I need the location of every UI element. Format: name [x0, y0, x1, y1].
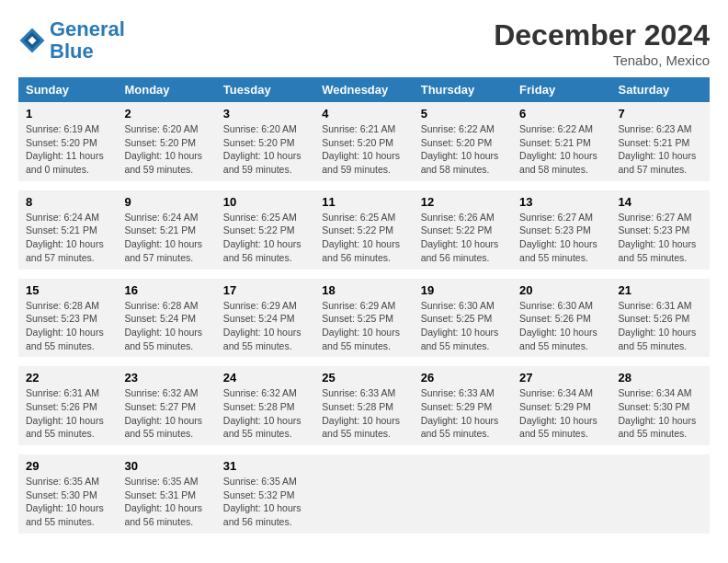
calendar-cell: 25Sunrise: 6:33 AM Sunset: 5:28 PM Dayli… — [314, 366, 413, 445]
day-info: Sunrise: 6:27 AM Sunset: 5:23 PM Dayligh… — [619, 211, 702, 265]
location-subtitle: Tenabo, Mexico — [494, 52, 710, 68]
weekday-header-wednesday: Wednesday — [314, 77, 413, 102]
calendar-cell: 24Sunrise: 6:32 AM Sunset: 5:28 PM Dayli… — [216, 366, 314, 445]
day-info: Sunrise: 6:26 AM Sunset: 5:22 PM Dayligh… — [421, 211, 505, 265]
day-number: 4 — [322, 107, 405, 121]
calendar-cell: 21Sunrise: 6:31 AM Sunset: 5:26 PM Dayli… — [611, 279, 710, 358]
calendar-cell: 8Sunrise: 6:24 AM Sunset: 5:21 PM Daylig… — [18, 190, 117, 270]
day-info: Sunrise: 6:35 AM Sunset: 5:32 PM Dayligh… — [223, 475, 307, 529]
logo-icon — [18, 27, 46, 54]
day-number: 22 — [26, 371, 109, 385]
calendar-cell — [314, 454, 413, 534]
day-number: 14 — [619, 195, 702, 209]
day-number: 30 — [124, 459, 208, 473]
calendar-cell: 13Sunrise: 6:27 AM Sunset: 5:23 PM Dayli… — [512, 190, 610, 270]
day-info: Sunrise: 6:19 AM Sunset: 5:20 PM Dayligh… — [26, 122, 109, 177]
week-divider — [18, 181, 710, 190]
day-info: Sunrise: 6:27 AM Sunset: 5:23 PM Dayligh… — [519, 211, 603, 265]
day-info: Sunrise: 6:32 AM Sunset: 5:28 PM Dayligh… — [223, 386, 307, 441]
logo-blue: Blue — [50, 40, 94, 63]
calendar-cell: 12Sunrise: 6:26 AM Sunset: 5:22 PM Dayli… — [414, 190, 512, 270]
day-number: 29 — [26, 459, 109, 473]
day-number: 19 — [421, 283, 505, 297]
day-number: 23 — [124, 371, 208, 385]
day-number: 5 — [421, 107, 505, 121]
calendar-cell: 28Sunrise: 6:34 AM Sunset: 5:30 PM Dayli… — [611, 366, 710, 445]
calendar-cell: 22Sunrise: 6:31 AM Sunset: 5:26 PM Dayli… — [18, 366, 117, 445]
day-number: 11 — [322, 195, 405, 209]
calendar-cell: 18Sunrise: 6:29 AM Sunset: 5:25 PM Dayli… — [314, 279, 413, 358]
day-number: 6 — [519, 107, 603, 121]
day-number: 18 — [322, 283, 405, 297]
calendar-header-row: SundayMondayTuesdayWednesdayThursdayFrid… — [18, 77, 710, 102]
day-number: 3 — [223, 107, 307, 121]
week-divider — [18, 357, 710, 366]
logo-general: General — [50, 17, 125, 40]
calendar-cell: 29Sunrise: 6:35 AM Sunset: 5:30 PM Dayli… — [18, 454, 117, 534]
day-info: Sunrise: 6:22 AM Sunset: 5:20 PM Dayligh… — [421, 122, 505, 177]
weekday-header-friday: Friday — [512, 77, 610, 102]
calendar-cell: 27Sunrise: 6:34 AM Sunset: 5:29 PM Dayli… — [512, 366, 610, 445]
calendar-cell: 7Sunrise: 6:23 AM Sunset: 5:21 PM Daylig… — [611, 102, 710, 181]
day-number: 16 — [124, 283, 208, 297]
calendar-week-row: 1Sunrise: 6:19 AM Sunset: 5:20 PM Daylig… — [18, 102, 710, 181]
day-info: Sunrise: 6:31 AM Sunset: 5:26 PM Dayligh… — [26, 386, 109, 441]
weekday-header-sunday: Sunday — [18, 77, 117, 102]
calendar-cell — [611, 454, 710, 534]
day-info: Sunrise: 6:29 AM Sunset: 5:24 PM Dayligh… — [223, 299, 307, 353]
weekday-header-thursday: Thursday — [414, 77, 512, 102]
calendar-cell: 1Sunrise: 6:19 AM Sunset: 5:20 PM Daylig… — [18, 102, 117, 181]
calendar-cell: 9Sunrise: 6:24 AM Sunset: 5:21 PM Daylig… — [117, 190, 215, 270]
day-number: 13 — [519, 195, 603, 209]
day-info: Sunrise: 6:21 AM Sunset: 5:20 PM Dayligh… — [322, 122, 405, 177]
day-info: Sunrise: 6:33 AM Sunset: 5:29 PM Dayligh… — [421, 386, 505, 441]
calendar-cell: 16Sunrise: 6:28 AM Sunset: 5:24 PM Dayli… — [117, 279, 215, 358]
day-number: 2 — [124, 107, 208, 121]
day-info: Sunrise: 6:35 AM Sunset: 5:30 PM Dayligh… — [26, 475, 109, 529]
day-info: Sunrise: 6:22 AM Sunset: 5:21 PM Dayligh… — [519, 122, 603, 177]
calendar-cell: 23Sunrise: 6:32 AM Sunset: 5:27 PM Dayli… — [117, 366, 215, 445]
calendar-cell — [512, 454, 610, 534]
day-number: 10 — [223, 195, 307, 209]
day-info: Sunrise: 6:24 AM Sunset: 5:21 PM Dayligh… — [124, 211, 208, 265]
week-divider — [18, 270, 710, 279]
day-info: Sunrise: 6:34 AM Sunset: 5:29 PM Dayligh… — [519, 386, 603, 441]
calendar-cell: 14Sunrise: 6:27 AM Sunset: 5:23 PM Dayli… — [611, 190, 710, 270]
day-number: 31 — [223, 459, 307, 473]
day-info: Sunrise: 6:28 AM Sunset: 5:24 PM Dayligh… — [124, 299, 208, 353]
day-info: Sunrise: 6:25 AM Sunset: 5:22 PM Dayligh… — [223, 211, 307, 265]
calendar-cell: 17Sunrise: 6:29 AM Sunset: 5:24 PM Dayli… — [216, 279, 314, 358]
day-number: 9 — [124, 195, 208, 209]
calendar-cell: 6Sunrise: 6:22 AM Sunset: 5:21 PM Daylig… — [512, 102, 610, 181]
day-info: Sunrise: 6:20 AM Sunset: 5:20 PM Dayligh… — [223, 122, 307, 177]
calendar-week-row: 22Sunrise: 6:31 AM Sunset: 5:26 PM Dayli… — [18, 366, 710, 445]
calendar-cell — [414, 454, 512, 534]
day-info: Sunrise: 6:34 AM Sunset: 5:30 PM Dayligh… — [619, 386, 702, 441]
weekday-header-tuesday: Tuesday — [216, 77, 314, 102]
logo: General Blue — [18, 18, 125, 63]
title-block: December 2024 Tenabo, Mexico — [494, 18, 710, 68]
day-info: Sunrise: 6:35 AM Sunset: 5:31 PM Dayligh… — [124, 475, 208, 529]
week-divider — [18, 445, 710, 454]
calendar-cell: 4Sunrise: 6:21 AM Sunset: 5:20 PM Daylig… — [314, 102, 413, 181]
day-number: 21 — [619, 283, 702, 297]
day-info: Sunrise: 6:29 AM Sunset: 5:25 PM Dayligh… — [322, 299, 405, 353]
day-number: 12 — [421, 195, 505, 209]
day-info: Sunrise: 6:24 AM Sunset: 5:21 PM Dayligh… — [26, 211, 109, 265]
page-header: General Blue December 2024 Tenabo, Mexic… — [18, 18, 710, 68]
calendar-cell: 31Sunrise: 6:35 AM Sunset: 5:32 PM Dayli… — [216, 454, 314, 534]
day-info: Sunrise: 6:25 AM Sunset: 5:22 PM Dayligh… — [322, 211, 405, 265]
day-info: Sunrise: 6:32 AM Sunset: 5:27 PM Dayligh… — [124, 386, 208, 441]
calendar-cell: 11Sunrise: 6:25 AM Sunset: 5:22 PM Dayli… — [314, 190, 413, 270]
day-number: 7 — [619, 107, 702, 121]
calendar-week-row: 8Sunrise: 6:24 AM Sunset: 5:21 PM Daylig… — [18, 190, 710, 270]
day-number: 28 — [619, 371, 702, 385]
calendar-week-row: 29Sunrise: 6:35 AM Sunset: 5:30 PM Dayli… — [18, 454, 710, 534]
day-number: 17 — [223, 283, 307, 297]
day-number: 1 — [26, 107, 109, 121]
month-title: December 2024 — [494, 18, 710, 52]
logo-text: General Blue — [50, 18, 125, 63]
day-info: Sunrise: 6:28 AM Sunset: 5:23 PM Dayligh… — [26, 299, 109, 353]
day-info: Sunrise: 6:20 AM Sunset: 5:20 PM Dayligh… — [124, 122, 208, 177]
day-info: Sunrise: 6:31 AM Sunset: 5:26 PM Dayligh… — [619, 299, 702, 353]
